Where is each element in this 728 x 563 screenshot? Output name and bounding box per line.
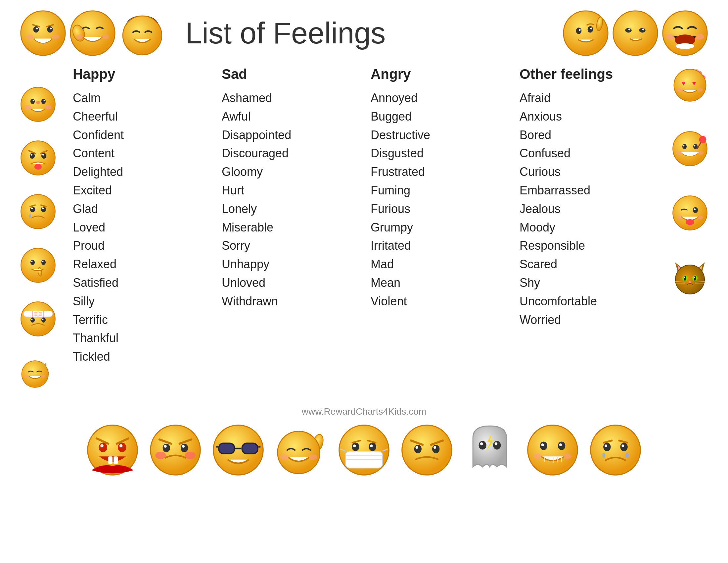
header-emoji-1	[20, 10, 66, 56]
svg-point-108	[675, 265, 705, 294]
list-item: Furious	[371, 200, 506, 218]
list-item: Tickled	[73, 348, 208, 366]
svg-point-97	[698, 151, 704, 155]
website-text: www.RewardCharts4Kids.com	[302, 406, 427, 417]
svg-rect-69	[34, 313, 42, 315]
svg-point-78	[41, 375, 46, 378]
list-item: Sorry	[222, 236, 357, 255]
svg-rect-146	[219, 444, 234, 453]
footer: www.RewardCharts4Kids.com	[0, 405, 728, 420]
list-item: Worried	[520, 311, 655, 329]
svg-point-20	[579, 29, 581, 31]
list-item: Frustrated	[371, 163, 506, 181]
list-item: Ashamed	[222, 89, 357, 107]
sad-column: Sad Ashamed Awful Disappointed Discourag…	[215, 66, 364, 398]
svg-point-15	[123, 16, 162, 55]
list-item: Calm	[73, 89, 208, 107]
list-item: Fuming	[371, 181, 506, 200]
svg-point-77	[24, 375, 29, 378]
svg-point-171	[479, 441, 486, 449]
svg-point-47	[34, 164, 42, 170]
list-item: Grumpy	[371, 218, 506, 237]
header-right-emojis	[563, 10, 708, 56]
feelings-columns: Happy Calm Cheerful Confident Content De…	[66, 66, 662, 398]
svg-point-61	[42, 261, 43, 262]
svg-point-161	[369, 443, 376, 451]
svg-point-58	[30, 260, 35, 265]
list-item: Disappointed	[222, 126, 357, 144]
list-item: Jealous	[520, 200, 655, 218]
svg-text:♥: ♥	[682, 79, 686, 87]
svg-point-71	[41, 318, 46, 323]
list-item: Satisfied	[73, 273, 208, 292]
list-item: Curious	[520, 163, 655, 181]
list-item: Cheerful	[73, 107, 208, 126]
header: List of Feelings	[0, 0, 728, 63]
header-emoji-3	[119, 10, 165, 56]
svg-point-151	[309, 454, 317, 460]
svg-rect-130	[114, 456, 118, 464]
svg-point-43	[30, 153, 35, 159]
right-emoji-2	[672, 130, 708, 167]
svg-point-178	[541, 444, 544, 446]
bottom-emojis-row	[0, 420, 728, 483]
svg-point-115	[689, 281, 691, 283]
svg-point-24	[639, 28, 646, 33]
svg-point-4	[47, 26, 53, 33]
svg-point-100	[694, 208, 696, 210]
list-item: Loved	[73, 218, 208, 237]
svg-point-193	[621, 445, 624, 447]
svg-point-12	[102, 34, 109, 39]
angry-header: Angry	[371, 66, 506, 82]
svg-point-23	[625, 28, 632, 33]
svg-point-190	[603, 443, 611, 451]
other-header: Other feelings	[520, 66, 655, 82]
bottom-emoji-7	[463, 424, 516, 477]
right-emoji-3	[672, 195, 708, 231]
bottom-emoji-8	[526, 424, 579, 477]
svg-point-194	[602, 453, 606, 458]
list-item: Silly	[73, 292, 208, 311]
list-item: Irritated	[371, 236, 506, 255]
svg-point-94	[683, 145, 684, 146]
svg-point-134	[163, 444, 170, 452]
svg-point-33	[36, 101, 40, 104]
svg-point-72	[31, 319, 32, 320]
svg-point-150	[280, 454, 289, 460]
svg-point-73	[42, 319, 43, 320]
bottom-emoji-1	[86, 424, 139, 477]
svg-point-46	[42, 154, 44, 156]
header-emoji-6	[662, 10, 708, 56]
other-column: Other feelings Afraid Anxious Bored Conf…	[513, 66, 662, 398]
svg-point-162	[353, 445, 356, 447]
svg-point-176	[540, 442, 547, 450]
list-item: Destructive	[371, 126, 506, 144]
svg-point-136	[164, 445, 167, 448]
svg-point-135	[181, 444, 188, 452]
left-emoji-5	[20, 301, 56, 337]
svg-point-131	[151, 425, 200, 475]
svg-point-186	[563, 454, 572, 459]
header-emoji-2	[69, 10, 116, 56]
svg-point-51	[30, 207, 35, 212]
svg-point-111	[684, 275, 686, 281]
svg-point-103	[697, 216, 703, 219]
list-item: Disgusted	[371, 144, 506, 163]
svg-rect-147	[243, 444, 257, 453]
svg-point-160	[352, 443, 359, 451]
svg-point-170	[433, 446, 436, 449]
svg-point-18	[576, 27, 582, 34]
right-emoji-1: ♥ ♥	[672, 66, 708, 103]
list-item: Glad	[73, 200, 208, 218]
list-item: Mad	[371, 255, 506, 273]
list-item: Unloved	[222, 273, 357, 292]
list-item: Responsible	[520, 236, 655, 255]
header-emoji-5	[612, 10, 659, 56]
svg-point-187	[591, 425, 640, 475]
sad-list: Ashamed Awful Disappointed Discouraged G…	[222, 89, 357, 311]
list-item: Bugged	[371, 107, 506, 126]
svg-point-62	[21, 302, 55, 336]
svg-point-177	[558, 442, 565, 450]
svg-point-179	[559, 444, 562, 446]
svg-point-96	[676, 151, 682, 155]
